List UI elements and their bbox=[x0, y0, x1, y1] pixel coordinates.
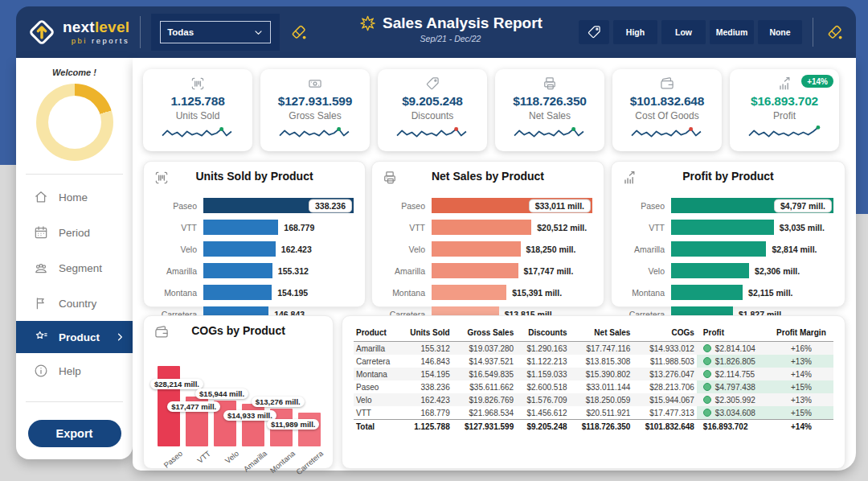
bar-row-amarilla[interactable]: Amarilla$2,814 mill. bbox=[623, 241, 833, 257]
kpi-label: Gross Sales bbox=[289, 110, 341, 121]
kpi-value: $16.893.702 bbox=[751, 94, 818, 109]
table-cell: $16.549.835 bbox=[452, 368, 516, 380]
kpi-sparkline bbox=[278, 121, 352, 139]
starburst-icon bbox=[358, 14, 376, 32]
bar[interactable] bbox=[203, 263, 272, 278]
bar[interactable] bbox=[432, 263, 518, 278]
bar-row-vtt[interactable]: VTT$3,035 mill. bbox=[623, 220, 833, 235]
bar-track: $20,512 mill. bbox=[432, 220, 592, 235]
bar-row-vtt[interactable]: VTT168.779 bbox=[155, 220, 354, 235]
kpi-card-discounts: $9.205.248Discounts bbox=[378, 69, 487, 151]
sidebar-item-home[interactable]: Home bbox=[16, 179, 133, 215]
profit-dot-icon bbox=[703, 383, 711, 391]
bar-category-label: Amarilla bbox=[155, 266, 197, 276]
bar[interactable] bbox=[203, 220, 278, 235]
column-value-chip: $17,477 mill. bbox=[167, 401, 220, 412]
bar[interactable] bbox=[671, 220, 774, 235]
clear-filter-button[interactable] bbox=[288, 21, 310, 43]
filter-dropdown[interactable]: Todas bbox=[160, 21, 271, 43]
bar[interactable]: 338.236 bbox=[203, 198, 354, 213]
table-header-discounts[interactable]: Discounts bbox=[516, 326, 569, 342]
sidebar-item-product[interactable]: Product bbox=[16, 321, 133, 353]
bar[interactable] bbox=[671, 241, 766, 257]
bar-row-montana[interactable]: Montana$15,391 mill. bbox=[383, 285, 592, 300]
table-cell: $1.122.213 bbox=[516, 355, 569, 368]
export-button[interactable]: Export bbox=[28, 420, 121, 447]
bar-category-label: Amarilla bbox=[623, 245, 665, 254]
table-header-product[interactable]: Product bbox=[354, 326, 399, 342]
table-cell: $2.305.992 bbox=[697, 393, 769, 406]
table-cell: Amarilla bbox=[354, 342, 399, 356]
chart-title: Profit by Product bbox=[623, 170, 833, 183]
bar-row-vtt[interactable]: VTT$20,512 mill. bbox=[383, 220, 592, 235]
column-value-chip: $13,276 mill. bbox=[252, 397, 305, 407]
bar-row-paseo[interactable]: Paseo338.236 bbox=[155, 198, 354, 213]
table-header-cogs[interactable]: COGs bbox=[633, 326, 696, 342]
bar[interactable]: $4,797 mill. bbox=[671, 198, 833, 213]
dashboard-canvas: 1.125.788Units Sold$127.931.599Gross Sal… bbox=[133, 58, 856, 471]
bar[interactable] bbox=[432, 220, 531, 235]
table-cell: $13.815.308 bbox=[570, 355, 633, 368]
bar-value-label: 154.195 bbox=[277, 288, 308, 298]
bar[interactable] bbox=[432, 285, 506, 300]
priority-button-low[interactable]: Low bbox=[661, 20, 706, 44]
table-cell: $14.937.521 bbox=[452, 355, 516, 368]
brand-diamond-icon bbox=[27, 18, 56, 47]
bar-track: 162.423 bbox=[203, 241, 354, 257]
bar-value-label: 162.423 bbox=[281, 245, 312, 254]
bar-row-montana[interactable]: Montana154.195 bbox=[155, 285, 354, 300]
sidebar-item-country[interactable]: Country bbox=[16, 286, 133, 321]
priority-button-none[interactable]: None bbox=[758, 20, 802, 44]
bar-row-velo[interactable]: Velo$18,250 mill. bbox=[383, 241, 592, 257]
sidebar-item-segment[interactable]: Segment bbox=[16, 250, 133, 286]
bar-row-paseo[interactable]: Paseo$33,011 mill. bbox=[383, 198, 592, 213]
table-row-velo[interactable]: Velo162.423$19.826.769$1.576.709$18.250.… bbox=[354, 393, 833, 406]
bar-row-paseo[interactable]: Paseo$4,797 mill. bbox=[623, 198, 833, 213]
bar-value-label: $2,306 mill. bbox=[755, 266, 800, 276]
table-header-profit[interactable]: Profit bbox=[697, 326, 769, 342]
table-row-amarilla[interactable]: Amarilla155.312$19.037.280$1.290.163$17.… bbox=[354, 342, 833, 356]
column-bar-carretera[interactable] bbox=[298, 413, 321, 446]
table-header-units-sold[interactable]: Units Sold bbox=[399, 326, 452, 342]
bar-value-label: 155.312 bbox=[278, 266, 309, 276]
table-cell: +15% bbox=[769, 406, 833, 420]
bar-row-amarilla[interactable]: Amarilla$17,747 mill. bbox=[383, 263, 592, 278]
kpi-value: $118.726.350 bbox=[513, 94, 587, 109]
bar[interactable] bbox=[671, 285, 743, 300]
bar-row-amarilla[interactable]: Amarilla155.312 bbox=[155, 263, 354, 278]
table-row-montana[interactable]: Montana154.195$16.549.835$1.159.033$15.3… bbox=[354, 368, 833, 380]
bar[interactable] bbox=[203, 241, 276, 257]
sidebar-item-help[interactable]: Help bbox=[16, 353, 133, 388]
net-sales-by-product-card: Net Sales by Product Paseo$33,011 mill.V… bbox=[371, 161, 604, 307]
sidebar-item-period[interactable]: Period bbox=[16, 215, 133, 250]
brand-word-next: next bbox=[63, 18, 95, 35]
table-header-profit-margin[interactable]: Profit Margin bbox=[769, 326, 833, 342]
priority-button-medium[interactable]: Medium bbox=[710, 20, 754, 44]
table-cell: 154.195 bbox=[399, 368, 452, 380]
clear-all-filters-button[interactable] bbox=[824, 21, 846, 43]
table-row-vtt[interactable]: VTT168.779$21.968.534$1.456.612$20.511.9… bbox=[354, 406, 833, 420]
bar[interactable] bbox=[432, 241, 521, 257]
bar[interactable] bbox=[203, 285, 272, 300]
sidebar-item-label: Help bbox=[59, 365, 81, 377]
bar-row-montana[interactable]: Montana$2,115 mill. bbox=[623, 285, 833, 300]
priority-button-high[interactable]: High bbox=[613, 20, 657, 44]
table-cell: Carretera bbox=[354, 355, 399, 368]
table-header-net-sales[interactable]: Net Sales bbox=[570, 326, 633, 342]
bar-row-velo[interactable]: Velo$2,306 mill. bbox=[623, 263, 833, 278]
bar[interactable]: $33,011 mill. bbox=[432, 198, 592, 213]
table-row-carretera[interactable]: Carretera146.843$14.937.521$1.122.213$13… bbox=[354, 355, 833, 368]
bar-value-label: $18,250 mill. bbox=[526, 245, 576, 254]
column-value-chip: $15,944 mill. bbox=[195, 388, 248, 399]
table-row-paseo[interactable]: Paseo338.236$35.611.662$2.600.518$33.011… bbox=[354, 380, 833, 393]
table-cell: $127.931.599 bbox=[452, 420, 516, 434]
bar-category-label: Montana bbox=[623, 288, 665, 298]
table-header-gross-sales[interactable]: Gross Sales bbox=[452, 326, 516, 342]
table-total-row[interactable]: Total1.125.788$127.931.599$9.205.248$118… bbox=[354, 420, 833, 434]
barcode-icon bbox=[190, 76, 206, 92]
table-cell: 338.236 bbox=[399, 380, 452, 393]
bar-row-velo[interactable]: Velo162.423 bbox=[155, 241, 354, 257]
bar[interactable] bbox=[671, 263, 749, 278]
table-cell: $19.037.280 bbox=[452, 342, 516, 356]
profit-value: $1.826.805 bbox=[715, 357, 755, 366]
